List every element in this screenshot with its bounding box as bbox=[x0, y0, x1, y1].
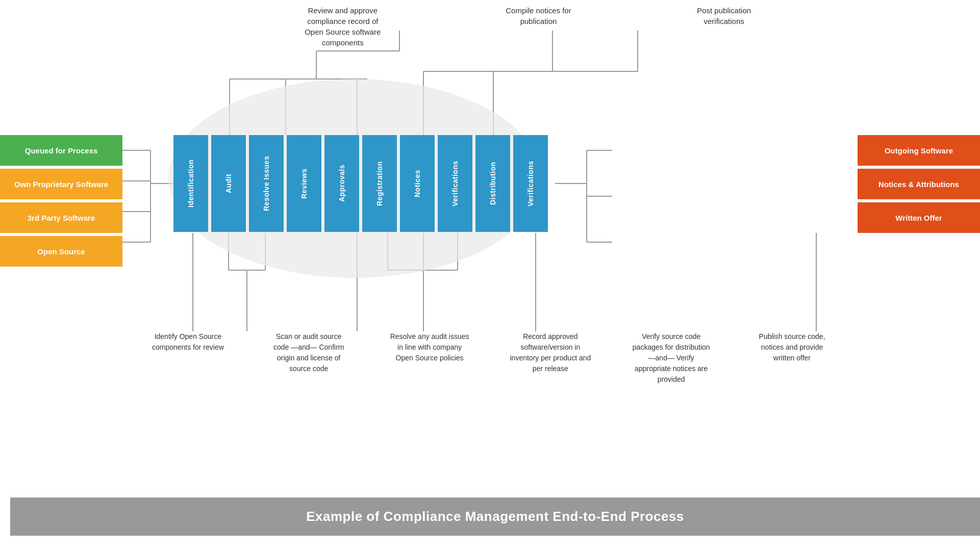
left-box-3rd: 3rd Party Software bbox=[0, 202, 122, 233]
diagram-container: Review and approve compliance record of … bbox=[0, 0, 980, 551]
bottom-label-verify: Verify source code packages for distribu… bbox=[631, 331, 712, 385]
right-box-written: Written Offer bbox=[858, 202, 980, 233]
step-audit: Audit bbox=[211, 135, 246, 232]
step-reviews: Reviews bbox=[287, 135, 321, 232]
bottom-label-publish: Publish source code, notices and provide… bbox=[751, 331, 833, 363]
bottom-label-scan: Scan or audit source code —and— Confirm … bbox=[268, 331, 349, 374]
right-output-section: Outgoing Software Notices & Attributions… bbox=[858, 135, 980, 233]
bottom-label-resolve: Resolve any audit issues in line with co… bbox=[389, 331, 470, 363]
step-identification: Identification bbox=[173, 135, 208, 232]
step-notices: Notices bbox=[400, 135, 435, 232]
left-box-queued: Queued for Process bbox=[0, 135, 122, 166]
process-steps-container: Identification Audit Resolve Issues Revi… bbox=[173, 135, 548, 232]
top-label-review: Review and approve compliance record of … bbox=[302, 5, 384, 48]
step-resolve: Resolve Issues bbox=[249, 135, 284, 232]
bottom-label-record: Record approved software/version in inve… bbox=[510, 331, 591, 374]
top-label-post: Post publication verifications bbox=[683, 5, 765, 27]
step-distribution: Distribution bbox=[475, 135, 510, 232]
step-approvals: Approvals bbox=[324, 135, 359, 232]
step-verifications2: Verifications bbox=[513, 135, 548, 232]
bottom-labels-area: Identify Open Source components for revi… bbox=[128, 331, 852, 385]
right-box-outgoing: Outgoing Software bbox=[858, 135, 980, 166]
left-box-own: Own Proprietary Software bbox=[0, 169, 122, 199]
step-verifications1: Verifications bbox=[438, 135, 472, 232]
banner-text: Example of Compliance Management End-to-… bbox=[306, 509, 684, 524]
bottom-label-identify: Identify Open Source components for revi… bbox=[147, 331, 229, 353]
arrow-banner: Example of Compliance Management End-to-… bbox=[10, 497, 980, 536]
step-registration: Registration bbox=[362, 135, 397, 232]
left-input-section: Queued for Process Own Proprietary Softw… bbox=[0, 135, 122, 267]
connectors-svg bbox=[0, 0, 980, 551]
top-label-compile: Compile notices for publication bbox=[497, 5, 579, 27]
left-box-opensource: Open Source bbox=[0, 236, 122, 267]
right-box-notices: Notices & Attributions bbox=[858, 169, 980, 199]
top-labels-area: Review and approve compliance record of … bbox=[179, 0, 801, 48]
